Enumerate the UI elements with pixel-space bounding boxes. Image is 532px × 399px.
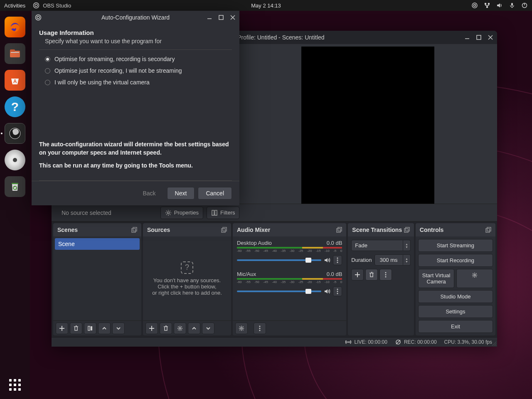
settings-button[interactable]: Settings — [418, 305, 493, 318]
maximize-button[interactable] — [475, 34, 482, 41]
minimize-button[interactable] — [464, 34, 470, 41]
close-button[interactable] — [487, 34, 494, 41]
next-button[interactable]: Next — [167, 187, 195, 200]
popout-icon[interactable] — [485, 227, 491, 233]
activities-button[interactable]: Activities — [4, 2, 25, 9]
popout-icon[interactable] — [131, 227, 137, 233]
volume-icon[interactable] — [496, 2, 503, 9]
remove-transition-button[interactable] — [365, 269, 378, 281]
svg-point-31 — [337, 258, 338, 259]
dock-software[interactable]: A — [5, 70, 25, 91]
network-icon[interactable] — [484, 2, 490, 9]
resize-grip[interactable] — [492, 342, 496, 346]
clock[interactable]: May 2 14:13 — [251, 2, 281, 9]
svg-point-0 — [34, 3, 39, 8]
obs-icon — [35, 14, 42, 21]
close-button[interactable] — [229, 14, 236, 21]
svg-rect-6 — [486, 6, 488, 8]
usage-option-1[interactable]: Optimise just for recording, I will not … — [45, 67, 232, 74]
wizard-titlebar[interactable]: Auto-Configuration Wizard — [32, 11, 239, 24]
back-button[interactable]: Back — [135, 187, 163, 200]
sources-empty[interactable]: ? You don't have any sources. Click the … — [145, 238, 229, 319]
speaker-icon[interactable] — [324, 257, 330, 264]
move-source-down-button[interactable] — [202, 323, 214, 334]
power-icon[interactable] — [521, 2, 528, 9]
popout-icon[interactable] — [336, 227, 342, 233]
volume-slider[interactable] — [237, 259, 321, 261]
vu-meter: -60-55-50-45-40-35-30-25-20-15-10-50 — [237, 278, 342, 285]
move-scene-down-button[interactable] — [112, 323, 125, 334]
transition-properties-button[interactable] — [379, 269, 392, 281]
scenes-title: Scenes — [57, 227, 78, 233]
svg-rect-25 — [91, 326, 92, 330]
svg-point-39 — [259, 328, 260, 329]
svg-point-48 — [474, 274, 475, 276]
wizard-title: Auto-Configuration Wizard — [101, 14, 170, 21]
show-apps-button[interactable] — [9, 379, 21, 391]
obs-tray-icon[interactable] — [471, 2, 478, 9]
mixer-settings-button[interactable] — [235, 323, 248, 334]
svg-rect-5 — [488, 3, 490, 5]
dock-help[interactable]: ? — [5, 96, 25, 117]
duration-spinner[interactable]: 300 ms ▲▼ — [374, 254, 411, 266]
auto-config-wizard: Auto-Configuration Wizard Usage Informat… — [32, 11, 239, 205]
remove-scene-button[interactable] — [70, 323, 82, 334]
scenes-panel: Scenes Scene — [53, 223, 141, 335]
svg-point-28 — [179, 328, 181, 329]
popout-icon[interactable] — [404, 227, 410, 233]
move-source-up-button[interactable] — [188, 323, 200, 334]
source-properties-button[interactable] — [174, 323, 186, 334]
remove-source-button[interactable] — [160, 323, 172, 334]
preview-canvas[interactable] — [301, 47, 434, 204]
dock-trash[interactable] — [5, 176, 25, 197]
move-scene-up-button[interactable] — [98, 323, 111, 334]
chevron-updown-icon: ▲▼ — [403, 254, 411, 266]
svg-rect-29 — [337, 229, 340, 232]
sources-title: Sources — [147, 227, 170, 233]
channel-menu-button[interactable] — [333, 255, 342, 265]
scene-filters-button[interactable] — [84, 323, 96, 334]
vu-meter: -60-55-50-45-40-35-30-25-20-15-10-50 — [237, 247, 342, 254]
channel-menu-button[interactable] — [333, 286, 342, 296]
svg-point-38 — [259, 325, 260, 327]
start-virtual-camera-button[interactable]: Start Virtual Camera — [418, 269, 455, 288]
channel-name: Desktop Audio — [237, 240, 272, 246]
record-off-icon — [395, 339, 401, 345]
start-streaming-button[interactable]: Start Streaming — [418, 239, 493, 252]
add-transition-button[interactable] — [351, 269, 364, 281]
context-toolbar: No source selected Properties Filters — [52, 204, 497, 222]
svg-point-33 — [337, 262, 338, 263]
dock-firefox[interactable] — [5, 17, 25, 37]
dock-obs[interactable] — [5, 123, 25, 144]
radio-icon — [45, 57, 50, 62]
start-recording-button[interactable]: Start Recording — [418, 254, 493, 267]
add-source-button[interactable] — [145, 323, 158, 334]
svg-rect-42 — [406, 227, 409, 231]
add-scene-button[interactable] — [56, 323, 68, 334]
usage-option-2[interactable]: I will only be using the virtual camera — [45, 79, 232, 86]
dock-disk[interactable] — [5, 150, 25, 170]
mixer-menu-button[interactable] — [254, 323, 266, 334]
properties-button[interactable]: Properties — [160, 207, 203, 219]
studio-mode-button[interactable]: Studio Mode — [418, 290, 493, 303]
svg-point-52 — [37, 16, 39, 19]
volume-slider[interactable] — [237, 291, 321, 292]
virtual-camera-settings-button[interactable] — [456, 269, 493, 288]
speaker-icon[interactable] — [324, 288, 330, 295]
exit-button[interactable]: Exit — [418, 320, 493, 333]
transition-select[interactable]: Fade ▲▼ — [351, 240, 410, 251]
dock-files[interactable] — [5, 43, 25, 64]
question-icon: ? — [181, 261, 193, 274]
app-indicator[interactable]: OBS Studio — [33, 2, 71, 9]
filters-button[interactable]: Filters — [207, 207, 239, 219]
wizard-subheading: Specify what you want to use the program… — [39, 36, 232, 49]
minimize-button[interactable] — [206, 14, 213, 21]
mic-icon[interactable] — [509, 2, 515, 9]
usage-option-0[interactable]: Optimise for streaming, recording is sec… — [45, 56, 232, 62]
usage-radio-group: Optimise for streaming, recording is sec… — [39, 56, 232, 86]
svg-rect-4 — [485, 3, 486, 5]
popout-icon[interactable] — [221, 227, 227, 233]
cancel-button[interactable]: Cancel — [198, 187, 232, 200]
scene-item[interactable]: Scene — [55, 238, 140, 250]
maximize-button[interactable] — [218, 14, 224, 21]
